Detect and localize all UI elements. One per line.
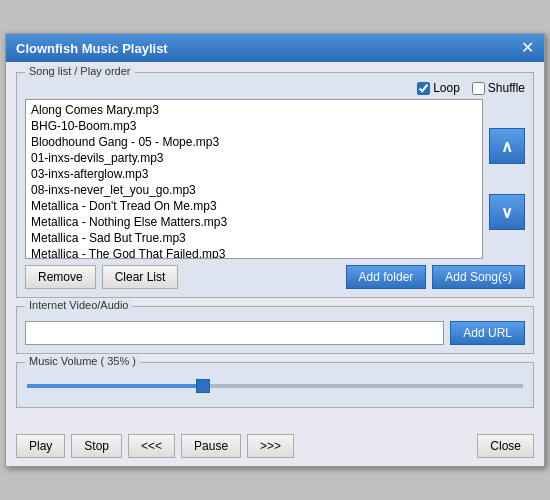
loop-checkbox-label[interactable]: Loop: [417, 81, 460, 95]
bottom-bar: Play Stop <<< Pause >>> Close: [6, 426, 544, 466]
window-title: Clownfish Music Playlist: [16, 41, 168, 56]
shuffle-checkbox-label[interactable]: Shuffle: [472, 81, 525, 95]
prev-button[interactable]: <<<: [128, 434, 175, 458]
stop-button[interactable]: Stop: [71, 434, 122, 458]
list-item[interactable]: 03-inxs-afterglow.mp3: [28, 166, 480, 182]
clear-list-button[interactable]: Clear List: [102, 265, 179, 289]
list-item[interactable]: Metallica - Don't Tread On Me.mp3: [28, 198, 480, 214]
song-listbox[interactable]: Along Comes Mary.mp3BHG-10-Boom.mp3Blood…: [25, 99, 483, 259]
volume-slider[interactable]: [27, 384, 523, 388]
move-down-button[interactable]: ∨: [489, 194, 525, 230]
window-close-button[interactable]: ✕: [521, 40, 534, 56]
loop-checkbox[interactable]: [417, 82, 430, 95]
url-input[interactable]: [25, 321, 444, 345]
play-button[interactable]: Play: [16, 434, 65, 458]
nav-buttons: ∧ ∨: [489, 99, 525, 259]
list-item[interactable]: Metallica - Nothing Else Matters.mp3: [28, 214, 480, 230]
remove-button[interactable]: Remove: [25, 265, 96, 289]
main-window: Clownfish Music Playlist ✕ Song list / P…: [5, 33, 545, 467]
move-up-button[interactable]: ∧: [489, 128, 525, 164]
add-songs-button[interactable]: Add Song(s): [432, 265, 525, 289]
next-button[interactable]: >>>: [247, 434, 294, 458]
list-item[interactable]: Bloodhound Gang - 05 - Mope.mp3: [28, 134, 480, 150]
internet-group-title: Internet Video/Audio: [25, 299, 132, 311]
url-row: Add URL: [25, 321, 525, 345]
shuffle-label: Shuffle: [488, 81, 525, 95]
volume-group: Music Volume ( 35% ): [16, 362, 534, 408]
title-bar: Clownfish Music Playlist ✕: [6, 34, 544, 62]
add-url-button[interactable]: Add URL: [450, 321, 525, 345]
internet-group: Internet Video/Audio Add URL: [16, 306, 534, 354]
song-list-header: Loop Shuffle: [25, 81, 525, 95]
shuffle-checkbox[interactable]: [472, 82, 485, 95]
close-button[interactable]: Close: [477, 434, 534, 458]
main-content: Song list / Play order Loop Shuffle Alon…: [6, 62, 544, 426]
add-folder-button[interactable]: Add folder: [346, 265, 427, 289]
list-item[interactable]: Metallica - Sad But True.mp3: [28, 230, 480, 246]
loop-label: Loop: [433, 81, 460, 95]
list-item[interactable]: BHG-10-Boom.mp3: [28, 118, 480, 134]
song-list-group: Song list / Play order Loop Shuffle Alon…: [16, 72, 534, 298]
list-item[interactable]: Along Comes Mary.mp3: [28, 102, 480, 118]
list-item[interactable]: 01-inxs-devils_party.mp3: [28, 150, 480, 166]
song-list-area: Along Comes Mary.mp3BHG-10-Boom.mp3Blood…: [25, 99, 525, 259]
list-item[interactable]: Metallica - The God That Failed.mp3: [28, 246, 480, 259]
song-list-group-title: Song list / Play order: [25, 65, 135, 77]
slider-container: [27, 377, 523, 397]
pause-button[interactable]: Pause: [181, 434, 241, 458]
list-item[interactable]: 08-inxs-never_let_you_go.mp3: [28, 182, 480, 198]
song-actions: Remove Clear List Add folder Add Song(s): [25, 265, 525, 289]
volume-title: Music Volume ( 35% ): [25, 355, 140, 367]
